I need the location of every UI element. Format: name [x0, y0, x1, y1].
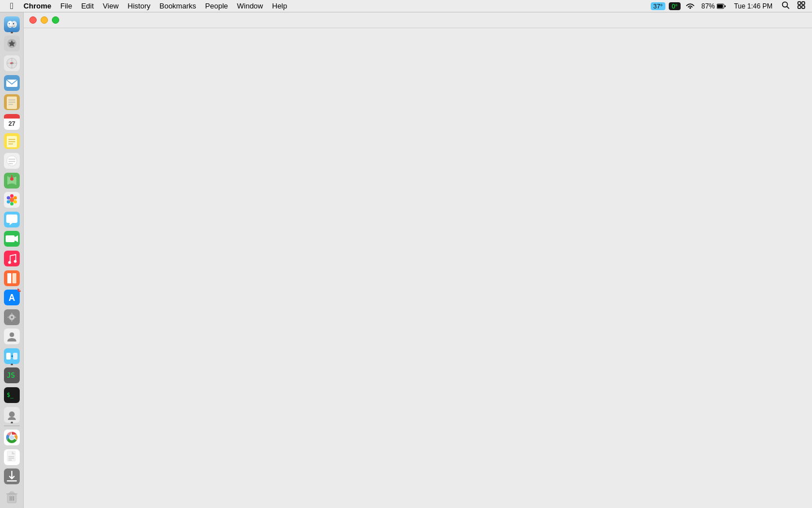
svg-text:JS: JS	[7, 371, 15, 379]
svg-point-53	[7, 200, 10, 204]
apple-menu[interactable]: 	[5, 0, 19, 12]
svg-point-12	[8, 23, 10, 24]
search-icon[interactable]	[779, 1, 792, 11]
clock: Tue 1:46 PM	[731, 2, 776, 10]
dock-messages[interactable]	[3, 211, 21, 229]
close-button[interactable]	[29, 16, 37, 24]
main-content	[24, 12, 812, 508]
svg-rect-27	[7, 97, 17, 109]
dock-script-editor[interactable]: JS	[3, 367, 21, 385]
view-menu[interactable]: View	[98, 0, 123, 12]
dock-mail[interactable]	[3, 74, 21, 92]
migration-active-dot	[11, 364, 13, 365]
edit-menu[interactable]: Edit	[77, 0, 98, 12]
dock-downloads[interactable]	[3, 468, 21, 486]
svg-rect-1	[717, 5, 723, 8]
chrome-menu[interactable]: Chrome	[19, 0, 56, 12]
svg-rect-86	[7, 451, 15, 461]
svg-point-84	[10, 435, 14, 440]
svg-point-49	[10, 194, 14, 198]
svg-point-54	[7, 196, 10, 200]
svg-point-41	[7, 156, 17, 166]
dock-maps[interactable]	[3, 172, 21, 190]
bookmarks-menu[interactable]: Bookmarks	[155, 0, 201, 12]
dock-trash[interactable]	[3, 487, 21, 505]
wifi-icon	[684, 3, 696, 10]
dock-appstore[interactable]: A 1	[3, 288, 21, 306]
svg-rect-98	[10, 492, 14, 493]
dock-books[interactable]	[3, 269, 21, 287]
menubar:  Chrome File Edit View History Bookmark…	[0, 0, 812, 12]
dock-reminders[interactable]	[3, 152, 21, 170]
menubar-left:  Chrome File Edit View History Bookmark…	[5, 0, 292, 12]
dock-terminal[interactable]: $_	[3, 386, 21, 404]
svg-rect-57	[6, 235, 15, 242]
svg-rect-59	[4, 251, 20, 266]
minimize-button[interactable]	[41, 16, 48, 24]
finder-active-dot	[11, 32, 13, 33]
svg-point-60	[8, 261, 11, 264]
svg-rect-8	[802, 6, 805, 8]
dock-contacts[interactable]	[3, 328, 21, 346]
svg-point-52	[10, 202, 14, 205]
svg-point-46	[10, 177, 14, 181]
svg-rect-2	[725, 5, 726, 7]
svg-point-80	[9, 411, 15, 417]
svg-point-61	[14, 260, 16, 262]
menubar-right: 37° 0° 87% Tue 1:46 PM	[651, 1, 807, 11]
svg-point-51	[14, 200, 17, 204]
svg-rect-6	[802, 2, 805, 5]
dock-notefile[interactable]	[3, 93, 21, 111]
dock-app-unknown[interactable]	[3, 406, 21, 424]
traffic-lights	[29, 16, 59, 24]
maximize-button[interactable]	[52, 16, 59, 24]
svg-rect-7	[798, 6, 801, 8]
dock-calendar[interactable]: 27	[3, 113, 21, 131]
dock-finder[interactable]	[3, 15, 21, 33]
dock-chrome[interactable]	[3, 428, 21, 446]
svg-line-4	[787, 7, 789, 9]
file-menu[interactable]: File	[56, 0, 77, 12]
help-menu[interactable]: Help	[268, 0, 292, 12]
dock-notes[interactable]	[3, 133, 21, 151]
svg-rect-64	[12, 273, 16, 283]
svg-rect-33	[4, 116, 20, 119]
temperature-status: 37°	[651, 2, 666, 10]
svg-point-69	[11, 316, 13, 318]
svg-point-50	[14, 196, 17, 200]
dock-system-preferences[interactable]	[3, 308, 21, 326]
svg-rect-73	[6, 353, 11, 360]
svg-rect-5	[798, 2, 801, 5]
notification-status: 0°	[669, 2, 681, 10]
window-titlebar	[24, 12, 812, 28]
dock-launchpad[interactable]	[3, 35, 21, 53]
history-menu[interactable]: History	[123, 0, 155, 12]
dock-sidebar: 27	[0, 12, 24, 508]
svg-rect-74	[13, 353, 17, 360]
svg-point-13	[12, 23, 14, 24]
unknown-active-dot	[11, 422, 13, 423]
svg-rect-63	[7, 273, 11, 283]
dock-safari[interactable]	[3, 54, 21, 72]
dock-separator	[4, 426, 20, 426]
svg-text:A: A	[8, 293, 15, 303]
window-menu[interactable]: Window	[232, 0, 267, 12]
control-center-icon[interactable]	[795, 1, 807, 11]
svg-point-48	[10, 198, 14, 202]
svg-rect-62	[4, 270, 20, 286]
dock-music[interactable]	[3, 249, 21, 268]
dock-migration[interactable]	[3, 347, 21, 365]
svg-text:27: 27	[8, 120, 15, 127]
svg-text:$_: $_	[7, 392, 14, 398]
dock-photos[interactable]	[3, 191, 21, 209]
people-menu[interactable]: People	[201, 0, 232, 12]
dock-document[interactable]	[3, 448, 21, 466]
window-body	[24, 28, 812, 508]
svg-point-71	[10, 332, 14, 337]
battery-status: 87%	[700, 2, 727, 10]
dock-facetime[interactable]	[3, 230, 21, 248]
